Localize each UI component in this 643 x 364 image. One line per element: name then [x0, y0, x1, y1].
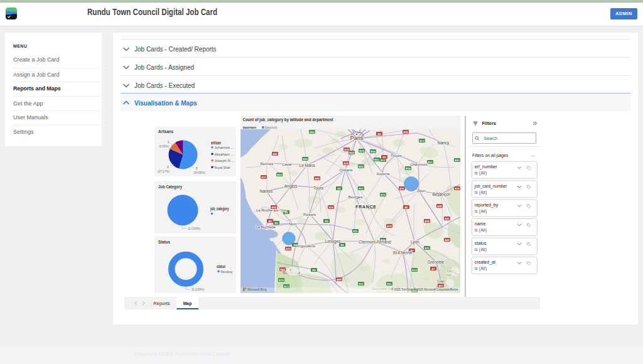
svg-text:11 (100%): 11 (100%) [192, 287, 204, 291]
svg-text:1: 1 [167, 140, 169, 144]
svg-text:A40: A40 [437, 205, 442, 208]
svg-text:Gap: Gap [437, 279, 445, 283]
svg-text:A6: A6 [404, 206, 408, 209]
svg-text:Orléans: Orléans [339, 168, 352, 172]
svg-text:Count of job_category by latit: Count of job_category by latitude and de… [243, 117, 334, 122]
svg-text:La Roche-sur-Yon: La Roche-sur-Yon [256, 208, 286, 212]
svg-text:E9: E9 [340, 244, 344, 247]
svg-text:E70: E70 [279, 279, 284, 282]
svg-text:A31: A31 [399, 187, 404, 190]
svg-text:A89: A89 [337, 278, 342, 281]
svg-text:Niort: Niort [289, 222, 297, 226]
svg-text:6: 6 [195, 166, 197, 170]
svg-text:Paris: Paris [350, 135, 364, 141]
svg-text:A36: A36 [455, 187, 460, 190]
svg-text:job_category: job_category [210, 206, 229, 211]
svg-text:E9: E9 [337, 187, 341, 190]
svg-text:A10: A10 [344, 148, 349, 151]
svg-text:E50: E50 [303, 158, 308, 161]
svg-text:...: ... [531, 152, 535, 158]
svg-text:E11: E11 [359, 282, 364, 286]
svg-text:A10: A10 [328, 206, 333, 209]
svg-text:A85: A85 [315, 177, 320, 180]
svg-text:E21: E21 [428, 161, 433, 164]
svg-text:A46: A46 [424, 220, 430, 223]
svg-text:A19: A19 [343, 162, 349, 165]
svg-text:Limoges: Limoges [325, 239, 341, 244]
svg-text:E17: E17 [419, 139, 424, 142]
svg-text:status: status [475, 241, 487, 245]
svg-text:E9: E9 [325, 220, 328, 223]
svg-text:A5: A5 [382, 156, 386, 159]
svg-text:Artisans: Artisans [158, 129, 173, 134]
svg-text:reported_by: reported_by [475, 203, 499, 208]
svg-text:Angers: Angers [284, 184, 298, 189]
svg-text:A72: A72 [387, 225, 392, 228]
svg-text:A51: A51 [438, 284, 443, 287]
svg-text:E11: E11 [424, 247, 430, 250]
svg-text:E11: E11 [359, 187, 364, 190]
svg-text:11 (100%): 11 (100%) [188, 227, 200, 230]
svg-text:E11: E11 [353, 230, 358, 233]
svg-text:is (All): is (All) [475, 209, 487, 214]
svg-text:Chaumont: Chaumont [410, 163, 428, 166]
svg-text:Rennes: Rennes [261, 162, 274, 166]
svg-text:Nancy: Nancy [438, 141, 450, 146]
svg-text:Terms: Terms [450, 288, 458, 291]
svg-text:A8: A8 [268, 220, 272, 223]
svg-text:E17: E17 [381, 159, 386, 162]
svg-text:(9.09%): (9.09%) [159, 144, 169, 148]
svg-text:E9: E9 [312, 269, 316, 272]
svg-text:(54.55%): (54.55%) [193, 171, 205, 174]
svg-text:Besançon: Besançon [433, 192, 451, 197]
svg-text:A81: A81 [273, 153, 278, 156]
svg-text:A11: A11 [261, 176, 266, 179]
svg-text:name: name [475, 222, 486, 226]
svg-text:E60: E60 [359, 165, 364, 168]
svg-text:Job Category: Job Category [158, 184, 183, 190]
svg-text:© 2025 TomTom, © 2025 Microsof: © 2025 TomTom, © 2025 Microsoft Corporat… [391, 287, 451, 291]
svg-text:Lyon: Lyon [411, 240, 419, 245]
svg-text:Tours: Tours [313, 186, 324, 190]
svg-text:is (All): is (All) [475, 228, 487, 233]
svg-text:Filters on all pages: Filters on all pages [472, 153, 509, 158]
svg-text:(27.27%): (27.27%) [158, 169, 170, 173]
svg-text:Auxerre: Auxerre [376, 172, 390, 176]
svg-text:artisan: artisan [211, 141, 221, 145]
svg-text:created_at: created_at [475, 260, 495, 265]
svg-text:A4: A4 [377, 132, 381, 136]
svg-text:Grenoble: Grenoble [428, 260, 445, 264]
svg-text:status: status [217, 264, 225, 269]
svg-text:Bourges: Bourges [349, 195, 362, 199]
svg-text:E15: E15 [359, 149, 364, 153]
svg-text:E72: E72 [284, 285, 289, 288]
svg-text:Angoulême: Angoulême [296, 244, 316, 248]
svg-text:A7: A7 [431, 267, 435, 270]
svg-text:FRANCE: FRANCE [355, 205, 376, 209]
svg-text:E54: E54 [406, 167, 411, 170]
svg-text:A41: A41 [445, 217, 450, 220]
svg-text:A43: A43 [445, 238, 450, 242]
svg-text:Nantes: Nantes [260, 189, 273, 193]
svg-text:E15: E15 [412, 269, 417, 272]
svg-text:Search: Search [484, 136, 498, 141]
svg-text:Reports: Reports [153, 301, 170, 306]
svg-text:Laval: Laval [283, 163, 291, 166]
svg-text:job_card_number: job_card_number [474, 184, 507, 189]
svg-text:Le Mans: Le Mans [300, 163, 316, 168]
svg-text:Royal Shali: Royal Shali [215, 166, 230, 169]
svg-text:Johannes ...: Johannes ... [215, 146, 234, 149]
svg-text:Status: Status [158, 239, 170, 245]
svg-text:Filters: Filters [482, 120, 497, 126]
svg-text:3: 3 [166, 165, 168, 169]
svg-text:E5: E5 [274, 222, 278, 225]
svg-text:Pending: Pending [221, 270, 233, 274]
svg-text:E60: E60 [310, 131, 315, 134]
svg-text:erf_number: erf_number [475, 164, 497, 169]
svg-text:E11: E11 [387, 282, 392, 286]
svg-text:A26: A26 [403, 131, 408, 134]
svg-text:St-Étienne: St-Étienne [393, 250, 413, 255]
svg-text:La Rochelle: La Rochelle [256, 225, 276, 229]
svg-text:Microsoft Bing: Microsoft Bing [247, 288, 267, 291]
svg-text:Joseph N ...: Joseph N ... [215, 159, 235, 163]
